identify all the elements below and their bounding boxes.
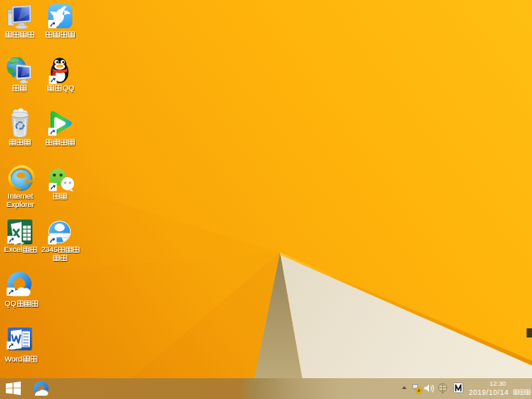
svg-text:Word: Word	[5, 355, 22, 363]
svg-text:Excel: Excel	[4, 245, 22, 254]
svg-text:Explorer: Explorer	[7, 200, 35, 209]
svg-text:QQ: QQ	[5, 299, 17, 308]
svg-text:QQ: QQ	[62, 84, 74, 92]
svg-text:2345: 2345	[42, 245, 58, 254]
svg-text:2019/10/14: 2019/10/14	[469, 388, 509, 397]
svg-text:Internet: Internet	[7, 192, 33, 200]
svg-text:12:30: 12:30	[490, 380, 507, 387]
